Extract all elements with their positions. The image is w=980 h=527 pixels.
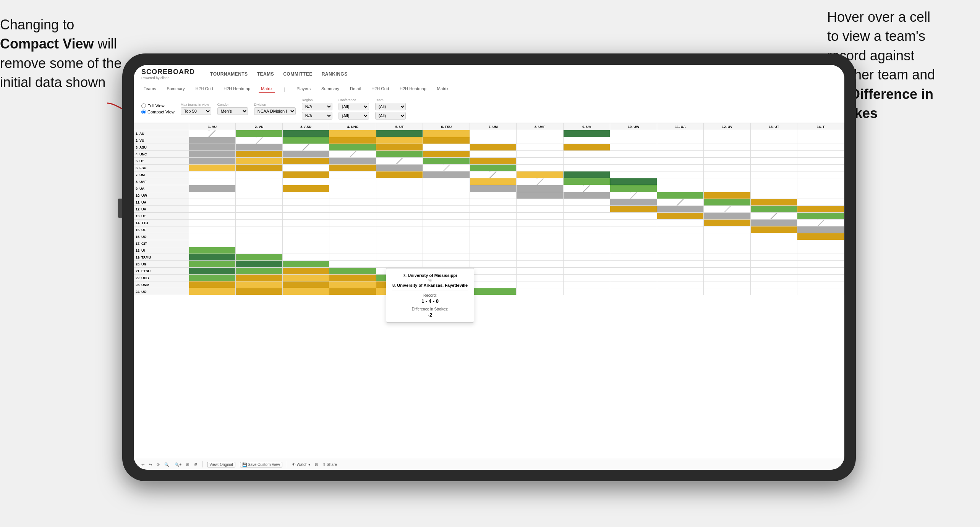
table-cell[interactable]	[189, 206, 236, 213]
table-cell[interactable]	[236, 213, 283, 220]
table-cell[interactable]	[750, 220, 797, 226]
table-cell[interactable]	[236, 261, 283, 268]
table-cell[interactable]	[189, 178, 236, 185]
table-cell[interactable]	[470, 281, 517, 288]
table-cell[interactable]	[657, 137, 704, 144]
table-cell[interactable]	[563, 171, 610, 178]
table-cell[interactable]	[750, 233, 797, 240]
table-cell[interactable]	[610, 199, 657, 206]
table-cell[interactable]	[470, 247, 517, 254]
table-cell[interactable]	[423, 261, 470, 268]
table-cell[interactable]	[610, 254, 657, 261]
compact-view-option[interactable]: Compact View	[141, 110, 175, 114]
table-cell[interactable]	[517, 178, 564, 185]
table-cell[interactable]	[376, 213, 423, 220]
table-cell[interactable]	[329, 233, 376, 240]
team-select[interactable]: (All)	[375, 103, 406, 110]
table-cell[interactable]	[282, 137, 329, 144]
conference-select2[interactable]: (All)	[339, 112, 369, 120]
table-cell[interactable]	[189, 226, 236, 233]
table-cell[interactable]	[376, 226, 423, 233]
table-cell[interactable]	[282, 247, 329, 254]
table-cell[interactable]	[610, 281, 657, 288]
table-cell[interactable]	[423, 158, 470, 165]
subnav-h2h-heatmap-players[interactable]: H2H Heatmap	[397, 85, 429, 93]
table-cell[interactable]	[189, 281, 236, 288]
table-cell[interactable]	[236, 165, 283, 171]
table-cell[interactable]	[282, 158, 329, 165]
subnav-summary-teams[interactable]: Summary	[164, 85, 187, 93]
table-cell[interactable]	[236, 275, 283, 281]
table-cell[interactable]	[610, 185, 657, 192]
table-cell[interactable]	[563, 281, 610, 288]
table-cell[interactable]	[657, 288, 704, 295]
table-cell[interactable]	[797, 171, 844, 178]
table-cell[interactable]	[376, 206, 423, 213]
table-cell[interactable]	[797, 165, 844, 171]
table-cell[interactable]	[797, 268, 844, 275]
table-cell[interactable]	[563, 137, 610, 144]
table-cell[interactable]	[423, 247, 470, 254]
table-cell[interactable]	[236, 240, 283, 247]
table-cell[interactable]	[517, 158, 564, 165]
table-cell[interactable]	[423, 254, 470, 261]
subnav-matrix-players[interactable]: Matrix	[435, 85, 451, 93]
table-cell[interactable]	[470, 144, 517, 151]
table-cell[interactable]	[797, 151, 844, 158]
table-cell[interactable]	[610, 275, 657, 281]
table-cell[interactable]	[329, 261, 376, 268]
table-cell[interactable]	[236, 233, 283, 240]
table-cell[interactable]	[797, 178, 844, 185]
table-cell[interactable]	[610, 206, 657, 213]
table-cell[interactable]	[470, 185, 517, 192]
table-cell[interactable]	[704, 254, 751, 261]
share-button[interactable]: ⬆ Share	[322, 462, 337, 467]
table-cell[interactable]	[657, 144, 704, 151]
table-cell[interactable]	[189, 261, 236, 268]
table-cell[interactable]	[517, 185, 564, 192]
table-cell[interactable]	[797, 206, 844, 213]
table-cell[interactable]	[797, 226, 844, 233]
subnav-summary-players[interactable]: Summary	[319, 85, 342, 93]
save-custom-view-button[interactable]: 💾 Save Custom View	[240, 462, 282, 467]
table-cell[interactable]	[189, 137, 236, 144]
table-cell[interactable]	[282, 213, 329, 220]
table-cell[interactable]	[282, 220, 329, 226]
table-cell[interactable]	[189, 275, 236, 281]
table-cell[interactable]	[282, 130, 329, 137]
table-cell[interactable]	[563, 240, 610, 247]
table-cell[interactable]	[704, 275, 751, 281]
table-cell[interactable]	[376, 137, 423, 144]
table-cell[interactable]	[329, 185, 376, 192]
subnav-teams[interactable]: Teams	[141, 85, 158, 93]
table-cell[interactable]	[563, 206, 610, 213]
table-cell[interactable]	[470, 275, 517, 281]
table-cell[interactable]	[610, 226, 657, 233]
table-cell[interactable]	[376, 254, 423, 261]
table-cell[interactable]	[563, 268, 610, 275]
table-cell[interactable]	[329, 220, 376, 226]
table-cell[interactable]	[329, 288, 376, 295]
table-cell[interactable]	[329, 171, 376, 178]
table-cell[interactable]	[750, 226, 797, 233]
table-cell[interactable]	[704, 233, 751, 240]
table-cell[interactable]	[236, 178, 283, 185]
table-cell[interactable]	[189, 130, 236, 137]
table-cell[interactable]	[750, 240, 797, 247]
table-cell[interactable]	[797, 137, 844, 144]
table-cell[interactable]	[423, 130, 470, 137]
table-cell[interactable]	[282, 281, 329, 288]
max-teams-select[interactable]: Top 50	[181, 107, 211, 115]
table-cell[interactable]	[376, 220, 423, 226]
table-cell[interactable]	[282, 254, 329, 261]
table-cell[interactable]	[329, 192, 376, 199]
table-cell[interactable]	[329, 144, 376, 151]
subnav-h2h-grid-players[interactable]: H2H Grid	[369, 85, 391, 93]
table-cell[interactable]	[517, 226, 564, 233]
table-cell[interactable]	[704, 165, 751, 171]
table-cell[interactable]	[517, 240, 564, 247]
table-cell[interactable]	[797, 130, 844, 137]
table-cell[interactable]	[329, 199, 376, 206]
table-cell[interactable]	[329, 206, 376, 213]
subnav-h2h-heatmap-teams[interactable]: H2H Heatmap	[221, 85, 253, 93]
